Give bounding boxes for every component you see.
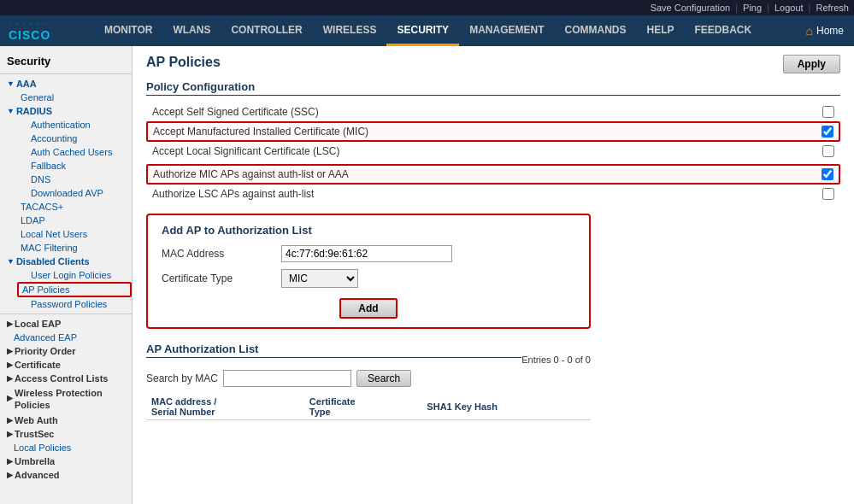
logout-link[interactable]: Logout	[774, 3, 804, 13]
cisco-dots: · · · · · ·	[9, 21, 50, 28]
entries-count: Entries 0 - 0 of 0	[521, 355, 591, 365]
sidebar-item-dns[interactable]: DNS	[17, 173, 132, 186]
auth-list-table: MAC address /Serial Number CertificateTy…	[146, 394, 591, 420]
sidebar-item-aaa[interactable]: AAA	[0, 77, 132, 91]
refresh-link[interactable]: Refresh	[816, 3, 849, 13]
auth-list-header: AP Authorization List Entries 0 - 0 of 0	[146, 343, 591, 365]
sidebar-item-web-auth[interactable]: Web Auth	[0, 413, 132, 427]
sidebar-item-disabled-clients[interactable]: Disabled Clients	[7, 255, 132, 268]
policy-config-section: Accept Self Signed Certificate (SSC) Acc…	[146, 103, 840, 203]
sidebar: Security AAA General RADIUS Authenticati…	[0, 46, 133, 504]
sidebar-item-umbrella[interactable]: Umbrella	[0, 454, 132, 468]
sidebar-item-local-eap[interactable]: Local EAP	[0, 317, 132, 331]
sidebar-item-general[interactable]: General	[7, 91, 132, 104]
sidebar-item-local-net-users[interactable]: Local Net Users	[7, 227, 132, 241]
policy-row-authorize-lsc: Authorize LSC APs against auth-list	[146, 185, 840, 203]
policy-checkbox-authorize-lsc[interactable]	[822, 188, 834, 200]
policy-row-ssc: Accept Self Signed Certificate (SSC)	[146, 103, 840, 121]
add-btn-row: Add	[162, 295, 575, 319]
sidebar-section-title: Security	[0, 51, 132, 71]
search-row: Search by MAC Search	[146, 370, 840, 387]
col-cert[interactable]: CertificateType	[304, 394, 422, 420]
policy-checkbox-authorize-mic[interactable]	[822, 168, 833, 180]
content-area: AP Policies Apply Policy Configuration A…	[133, 46, 854, 504]
sidebar-item-mac-filtering[interactable]: MAC Filtering	[7, 241, 132, 255]
sidebar-item-ap-policies[interactable]: AP Policies	[17, 282, 132, 297]
nav-wireless[interactable]: WIRELESS	[313, 15, 387, 46]
sidebar-item-trustsec[interactable]: TrustSec	[0, 427, 132, 441]
policy-label-ssc: Accept Self Signed Certificate (SSC)	[152, 106, 819, 118]
sidebar-item-advanced-eap[interactable]: Advanced EAP	[0, 331, 132, 344]
cert-type-row: Certificate Type MIC LSC SSC	[162, 269, 575, 288]
nav-monitor[interactable]: MONITOR	[94, 15, 162, 46]
nav-commands[interactable]: COMMANDS	[554, 15, 636, 46]
nav-help[interactable]: HELP	[636, 15, 684, 46]
policy-label-authorize-mic: Authorize MIC APs against auth-list or A…	[153, 168, 818, 180]
nav-feedback[interactable]: FEEDBACK	[684, 15, 762, 46]
sidebar-item-fallback[interactable]: Fallback	[17, 159, 132, 173]
sidebar-item-priority-order[interactable]: Priority Order	[0, 344, 132, 358]
sidebar-item-radius[interactable]: RADIUS	[7, 104, 132, 118]
sidebar-item-certificate[interactable]: Certificate	[0, 358, 132, 372]
nav-controller[interactable]: CONTROLLER	[221, 15, 312, 46]
search-button[interactable]: Search	[356, 370, 411, 387]
policy-checkbox-mic[interactable]	[822, 126, 833, 138]
nav-links: MONITOR WLANs CONTROLLER WIRELESS SECURI…	[94, 15, 854, 46]
sidebar-item-authentication[interactable]: Authentication	[17, 118, 132, 132]
sidebar-item-tacacs[interactable]: TACACS+	[7, 200, 132, 214]
sidebar-divider-2	[0, 314, 132, 314]
sidebar-item-ldap[interactable]: LDAP	[7, 214, 132, 227]
mac-address-input[interactable]	[281, 245, 452, 262]
policy-label-lsc: Accept Local Significant Certificate (LS…	[152, 145, 819, 157]
cisco-text: CISCO	[9, 28, 50, 42]
sidebar-item-user-login-policies[interactable]: User Login Policies	[17, 268, 132, 282]
sidebar-item-accounting[interactable]: Accounting	[17, 132, 132, 145]
sidebar-item-downloaded-avp[interactable]: Downloaded AVP	[17, 186, 132, 200]
cisco-logo: · · · · · · CISCO	[9, 21, 50, 42]
policy-config-title: Policy Configuration	[146, 80, 840, 96]
sidebar-divider	[0, 73, 132, 74]
policy-checkbox-lsc[interactable]	[822, 145, 834, 157]
policy-row-lsc: Accept Local Significant Certificate (LS…	[146, 142, 840, 161]
navbar: · · · · · · CISCO MONITOR WLANs CONTROLL…	[0, 15, 854, 46]
logo-area: · · · · · · CISCO	[0, 15, 94, 46]
sidebar-item-access-control-lists[interactable]: Access Control Lists	[0, 372, 132, 385]
nav-management[interactable]: MANAGEMENT	[459, 15, 554, 46]
mac-address-row: MAC Address	[162, 245, 575, 262]
page-title: AP Policies	[146, 55, 221, 73]
nav-wlans[interactable]: WLANs	[162, 15, 221, 46]
add-ap-box: Add AP to Authorization List MAC Address…	[146, 214, 591, 329]
col-mac[interactable]: MAC address /Serial Number	[146, 394, 304, 420]
nav-security[interactable]: SECURITY	[386, 15, 459, 46]
home-icon: ⌂	[806, 24, 813, 38]
policy-label-mic: Accept Manufactured Installed Certificat…	[153, 126, 818, 138]
policy-row-authorize-mic: Authorize MIC APs against auth-list or A…	[146, 164, 840, 185]
sidebar-item-auth-cached-users[interactable]: Auth Cached Users	[17, 145, 132, 159]
sidebar-item-advanced[interactable]: Advanced	[0, 468, 132, 482]
topbar: Save Configuration | Ping | Logout | Ref…	[0, 0, 854, 15]
sidebar-item-wireless-protection-policies[interactable]: Wireless Protection Policies	[0, 385, 132, 413]
add-ap-title: Add AP to Authorization List	[162, 224, 575, 237]
policy-label-authorize-lsc: Authorize LSC APs against auth-list	[152, 188, 819, 200]
add-button[interactable]: Add	[339, 298, 397, 319]
save-config-link[interactable]: Save Configuration	[651, 3, 731, 13]
sidebar-item-password-policies[interactable]: Password Policies	[17, 297, 132, 311]
search-label: Search by MAC	[146, 372, 218, 384]
sidebar-item-local-policies[interactable]: Local Policies	[0, 441, 132, 454]
col-sha1[interactable]: SHA1 Key Hash	[421, 394, 591, 420]
home-button[interactable]: ⌂ Home	[796, 15, 854, 46]
main-layout: Security AAA General RADIUS Authenticati…	[0, 46, 854, 504]
home-label: Home	[816, 25, 844, 37]
apply-button[interactable]: Apply	[783, 55, 840, 73]
auth-list-title: AP Authorization List	[146, 343, 521, 358]
search-input[interactable]	[223, 370, 351, 387]
policy-row-mic: Accept Manufactured Installed Certificat…	[146, 121, 840, 142]
cert-type-label: Certificate Type	[162, 273, 281, 284]
auth-list-section: AP Authorization List Entries 0 - 0 of 0…	[146, 343, 840, 420]
mac-address-label: MAC Address	[162, 248, 281, 260]
ping-link[interactable]: Ping	[743, 3, 762, 13]
policy-checkbox-ssc[interactable]	[822, 106, 834, 118]
cert-type-select[interactable]: MIC LSC SSC	[281, 269, 358, 288]
